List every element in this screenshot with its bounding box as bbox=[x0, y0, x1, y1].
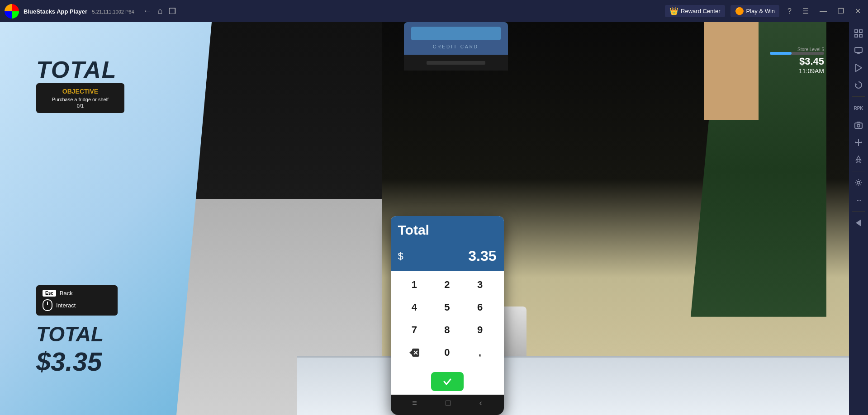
key-delete[interactable] bbox=[403, 343, 426, 362]
close-button[interactable]: ✕ bbox=[852, 5, 863, 17]
interact-control-row: Interact bbox=[43, 299, 111, 311]
sidebar-fullscreen-button[interactable] bbox=[851, 26, 866, 41]
reward-center-label: Reward Center bbox=[681, 8, 720, 14]
confirm-button[interactable] bbox=[431, 372, 464, 391]
svg-rect-6 bbox=[859, 30, 862, 33]
svg-marker-19 bbox=[861, 141, 862, 144]
key-2[interactable]: 2 bbox=[435, 275, 459, 294]
pos-nav-back-icon[interactable]: ‹ bbox=[479, 398, 482, 408]
sidebar-tv-button[interactable] bbox=[851, 43, 866, 58]
pos-amount-display: 3.35 bbox=[468, 248, 496, 264]
svg-rect-14 bbox=[855, 123, 862, 128]
hud-time: 11:09AM bbox=[770, 67, 824, 75]
key-7[interactable]: 7 bbox=[403, 321, 426, 340]
hud-overlay: Store Level 5 $3.45 11:09AM bbox=[770, 47, 824, 75]
pos-confirm-row bbox=[391, 370, 504, 395]
character-neck bbox=[704, 22, 759, 120]
pos-amount-row: $ 3.35 bbox=[391, 244, 504, 271]
key-6[interactable]: 6 bbox=[468, 298, 492, 317]
svg-marker-12 bbox=[856, 64, 862, 71]
pos-nav-bar: ≡ □ ‹ bbox=[391, 395, 504, 411]
pos-keypad: 1 2 3 4 5 6 7 8 9 bbox=[391, 271, 504, 370]
reward-center-button[interactable]: 👑 Reward Center bbox=[665, 5, 725, 17]
pos-screen: Total $ 3.35 1 2 3 bbox=[391, 216, 504, 395]
total-amount-display: $3.35 bbox=[36, 346, 104, 377]
play-win-icon: 🟠 bbox=[735, 7, 744, 15]
key-1[interactable]: 1 bbox=[403, 275, 426, 294]
key-5[interactable]: 5 bbox=[435, 298, 459, 317]
sidebar-airplane-button[interactable] bbox=[851, 152, 866, 167]
crown-icon: 👑 bbox=[669, 7, 678, 15]
play-win-label: Play & Win bbox=[746, 8, 775, 14]
sidebar-rpm-button[interactable]: RPK bbox=[851, 100, 866, 116]
svg-rect-5 bbox=[855, 30, 858, 33]
objective-progress: 0/1 bbox=[43, 103, 117, 108]
back-control-row: Esc Back bbox=[43, 290, 111, 297]
keypad-row-2: 4 5 6 bbox=[398, 298, 497, 317]
hud-progress-bar bbox=[770, 52, 824, 55]
svg-marker-1 bbox=[409, 349, 413, 356]
pos-screen-header: Total bbox=[391, 216, 504, 244]
svg-marker-18 bbox=[855, 141, 856, 144]
svg-marker-21 bbox=[856, 219, 861, 226]
controls-box: Esc Back Interact bbox=[36, 285, 118, 316]
hud-money: $3.45 bbox=[770, 56, 824, 67]
total-top-label: TOTAL bbox=[36, 56, 117, 83]
key-4[interactable]: 4 bbox=[403, 298, 426, 317]
key-3[interactable]: 3 bbox=[468, 275, 492, 294]
app-title-group: BlueStacks App Player 5.21.111.1002 P64 bbox=[24, 7, 134, 15]
restore-button[interactable]: ❐ bbox=[835, 5, 847, 17]
multi-instance-button[interactable]: ❒ bbox=[169, 6, 176, 16]
app-title: BlueStacks App Player bbox=[24, 8, 87, 15]
game-scene: CREDIT CARD TOTAL OBJECTIVE Purchase a f… bbox=[0, 22, 849, 415]
titlebar-right: 👑 Reward Center 🟠 Play & Win ? ☰ — ❐ ✕ bbox=[665, 5, 863, 17]
nav-buttons: ← ⌂ ❒ bbox=[143, 6, 176, 16]
key-9[interactable]: 9 bbox=[468, 321, 492, 340]
counter-top bbox=[297, 356, 849, 415]
sidebar-divider-1 bbox=[852, 96, 865, 97]
objective-title: OBJECTIVE bbox=[43, 88, 117, 95]
svg-rect-9 bbox=[855, 47, 862, 52]
objective-box: OBJECTIVE Purchase a fridge or shelf 0/1 bbox=[36, 83, 124, 113]
svg-point-20 bbox=[857, 181, 860, 184]
sidebar-resize-button[interactable] bbox=[851, 135, 866, 150]
interact-control-label: Interact bbox=[56, 302, 76, 309]
game-area: CREDIT CARD TOTAL OBJECTIVE Purchase a f… bbox=[0, 22, 849, 415]
keypad-row-1: 1 2 3 bbox=[398, 275, 497, 294]
key-comma[interactable]: , bbox=[468, 343, 492, 362]
right-sidebar: RPK ··· bbox=[849, 22, 868, 415]
pos-dollar-sign: $ bbox=[398, 250, 403, 262]
bluestacks-logo bbox=[5, 4, 19, 19]
svg-point-4 bbox=[441, 376, 453, 387]
pos-machine: Total $ 3.35 1 2 3 bbox=[391, 216, 504, 415]
svg-point-15 bbox=[857, 124, 860, 127]
menu-button[interactable]: ☰ bbox=[800, 5, 811, 17]
pos-nav-home-icon[interactable]: □ bbox=[446, 398, 451, 408]
credit-card-header: CREDIT CARD bbox=[404, 22, 508, 55]
hud-store-level: Store Level 5 bbox=[770, 47, 824, 52]
esc-key: Esc bbox=[43, 290, 56, 297]
titlebar: BlueStacks App Player 5.21.111.1002 P64 … bbox=[0, 0, 868, 22]
play-win-button[interactable]: 🟠 Play & Win bbox=[730, 5, 780, 17]
sidebar-refresh-button[interactable] bbox=[851, 77, 866, 93]
sidebar-settings-button[interactable] bbox=[851, 175, 866, 190]
sidebar-play-button[interactable] bbox=[851, 60, 866, 75]
keypad-row-3: 7 8 9 bbox=[398, 321, 497, 340]
sidebar-screenshot-button[interactable] bbox=[851, 118, 866, 133]
sidebar-divider-3 bbox=[852, 211, 865, 212]
back-button[interactable]: ← bbox=[143, 6, 152, 16]
terminal-container: CREDIT CARD bbox=[404, 22, 508, 71]
key-0[interactable]: 0 bbox=[435, 343, 459, 362]
svg-marker-13 bbox=[855, 83, 857, 85]
pos-nav-menu-icon[interactable]: ≡ bbox=[412, 398, 417, 408]
key-8[interactable]: 8 bbox=[435, 321, 459, 340]
sidebar-collapse-button[interactable] bbox=[851, 215, 866, 231]
objective-text: Purchase a fridge or shelf bbox=[43, 97, 117, 102]
app-version: 5.21.111.1002 P64 bbox=[92, 9, 134, 14]
sidebar-more-button[interactable]: ··· bbox=[851, 192, 866, 208]
minimize-button[interactable]: — bbox=[817, 5, 830, 17]
credit-card-label: CREDIT CARD bbox=[433, 44, 479, 49]
help-button[interactable]: ? bbox=[785, 5, 794, 17]
home-button[interactable]: ⌂ bbox=[158, 6, 163, 16]
back-control-label: Back bbox=[60, 290, 73, 297]
